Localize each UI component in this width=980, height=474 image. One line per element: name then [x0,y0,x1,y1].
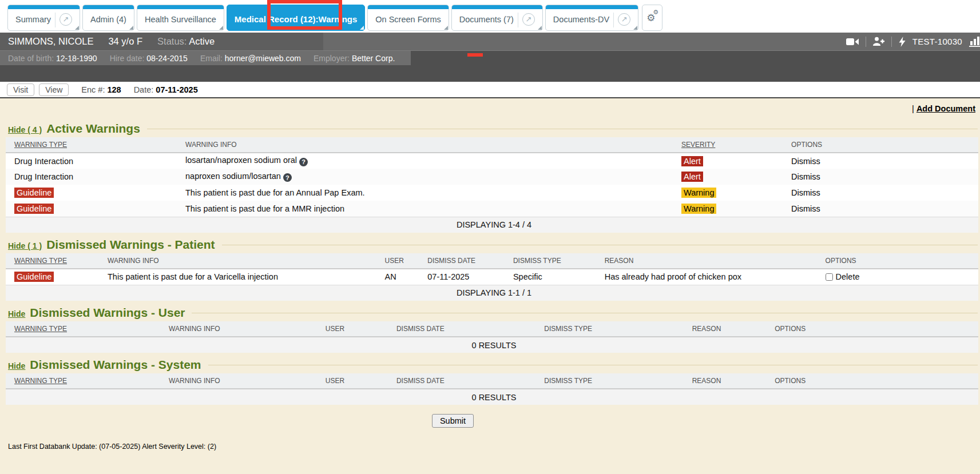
table-header-row: WARNING TYPE WARNING INFO SEVERITY OPTIO… [6,137,978,153]
table-row: Guideline This patient is past due for a… [6,269,978,285]
tab-corner-fold-icon [75,26,79,30]
tab-health-surveillance[interactable]: Health Surveillance [137,5,224,31]
warning-type: Drug Interaction [14,172,73,181]
tab-label: Summary [15,15,51,24]
column-header-warning-type[interactable]: WARNING TYPE [14,141,67,149]
active-warnings-table: WARNING TYPE WARNING INFO SEVERITY OPTIO… [6,137,978,233]
table-header-row: WARNING TYPE WARNING INFO USER DISMISS D… [6,253,978,269]
submit-button[interactable]: Submit [432,414,474,428]
hire-date-label: Hire date: [110,54,145,63]
enc-value: 128 [107,85,121,94]
tab-documents-dv[interactable]: Documents-DV ↗ [545,5,638,31]
divider [891,37,892,47]
dismissed-user-table: WARNING TYPE WARNING INFO USER DISMISS D… [6,321,978,353]
help-icon[interactable]: ? [283,173,292,182]
dismiss-date-value: 07-11-2025 [427,272,469,281]
hide-active-warnings-link[interactable]: Hide ( 4 ) [8,125,42,134]
dismiss-link[interactable]: Dismiss [791,204,820,213]
help-icon[interactable]: ? [299,158,308,166]
tab-corner-fold-icon [360,26,364,30]
column-header-severity[interactable]: SEVERITY [681,141,715,149]
column-header-dismiss-type: DISMISS TYPE [544,325,592,333]
tab-label: Admin (4) [90,15,126,24]
section-rule [147,129,978,129]
tab-bar: Summary ↗ Admin (4) Health Surveillance … [0,0,980,33]
dismiss-link[interactable]: Dismiss [791,188,820,197]
tab-corner-fold-icon [129,26,133,30]
section-rule [208,365,978,365]
tab-documents[interactable]: Documents (7) ↗ [451,5,543,31]
delete-checkbox[interactable] [826,273,833,281]
results-count: 0 RESULTS [6,389,978,405]
column-header-reason: REASON [692,325,721,333]
column-header-warning-type[interactable]: WARNING TYPE [14,257,67,265]
video-camera-icon[interactable] [846,38,859,46]
section-header-dismissed-system: Hide Dismissed Warnings - System [8,358,978,372]
tab-corner-fold-icon [219,26,223,30]
column-header-options: OPTIONS [775,325,806,333]
section-rule [222,245,978,245]
column-header-user: USER [326,325,344,333]
employer-value: Better Corp. [352,54,395,63]
column-header-dismiss-type: DISMISS TYPE [513,257,561,265]
hire-date-value: 08-24-2015 [146,54,188,63]
column-header-warning-info: WARNING INFO [108,257,159,265]
tab-label: Health Surveillance [145,15,216,24]
hide-dismissed-patient-link[interactable]: Hide ( 1 ) [8,241,42,250]
hide-dismissed-user-link[interactable]: Hide [8,309,25,318]
column-header-options: OPTIONS [826,257,856,265]
tab-divider [518,13,518,27]
dismiss-link[interactable]: Dismiss [791,157,820,166]
column-header-dismiss-type: DISMISS TYPE [544,377,592,385]
results-count: 0 RESULTS [6,337,978,353]
column-header-warning-type[interactable]: WARNING TYPE [14,377,67,385]
table-row: Guideline This patient is past due for a… [6,185,978,201]
column-header-warning-type[interactable]: WARNING TYPE [14,325,67,333]
table-header-row: WARNING TYPE WARNING INFO USER DISMISS D… [6,373,978,389]
warning-info: losartan/naproxen sodium oral [185,156,297,165]
employer-label: Employer: [314,54,350,63]
tab-medical-record-warnings[interactable]: Medical Record (12):Warnings [227,5,365,31]
add-document-link[interactable]: Add Document [916,104,975,113]
external-link-icon[interactable]: ↗ [59,13,72,26]
view-button[interactable]: View [39,83,69,96]
section-title: Dismissed Warnings - Patient [46,238,215,252]
patient-name: SIMMONS, NICOLE [8,36,93,47]
patient-age-sex: 34 y/o F [108,36,142,47]
section-header-dismissed-user: Hide Dismissed Warnings - User [8,306,978,320]
add-document-pipe: | [912,104,914,113]
user-value: AN [385,272,396,281]
visit-button[interactable]: Visit [7,83,34,96]
add-person-icon[interactable] [873,37,884,46]
tab-label: Medical Record (12):Warnings [235,14,357,24]
warning-info: This patient is past due for a Varicella… [108,272,278,281]
email-value: horner@mieweb.com [225,54,301,63]
tab-divider [55,13,55,27]
table-header-row: WARNING TYPE WARNING INFO USER DISMISS D… [6,321,978,337]
table-footer-row: DISPLAYING 1-1 / 1 [6,285,978,301]
tab-admin[interactable]: Admin (4) [82,5,134,31]
tab-on-screen-forms[interactable]: On Screen Forms [367,5,449,31]
table-footer-row: DISPLAYING 1-4 / 4 [6,217,978,233]
dob-value: 12-18-1990 [56,54,97,63]
column-header-dismiss-date: DISMISS DATE [396,377,445,385]
external-link-icon[interactable]: ↗ [522,13,535,26]
warning-info: This patient is past due for a MMR injec… [185,204,344,213]
external-link-icon[interactable]: ↗ [618,13,630,26]
column-header-user: USER [385,257,404,265]
tab-settings-button[interactable]: ⚙ ⚙ [642,5,662,31]
warning-info: This patient is past due for an Annual P… [185,188,365,197]
hide-dismissed-system-link[interactable]: Hide [8,361,25,371]
column-header-dismiss-date: DISMISS DATE [427,257,475,265]
bar-chart-icon[interactable] [969,36,980,47]
tab-summary[interactable]: Summary ↗ [7,5,80,31]
enc-date-label: Date: [134,85,154,94]
column-header-warning-info: WARNING INFO [169,377,220,385]
enc-date-value: 07-11-2025 [156,85,197,94]
dismiss-link[interactable]: Dismiss [791,172,820,181]
section-header-dismissed-patient: Hide ( 1 ) Dismissed Warnings - Patient [8,238,978,252]
main-content: | Add Document Hide ( 4 ) Active Warning… [0,98,980,451]
lightning-bolt-icon[interactable] [899,37,906,47]
warning-info: naproxen sodium/losartan [185,172,281,181]
paging-status: DISPLAYING 1-4 / 4 [6,217,978,233]
